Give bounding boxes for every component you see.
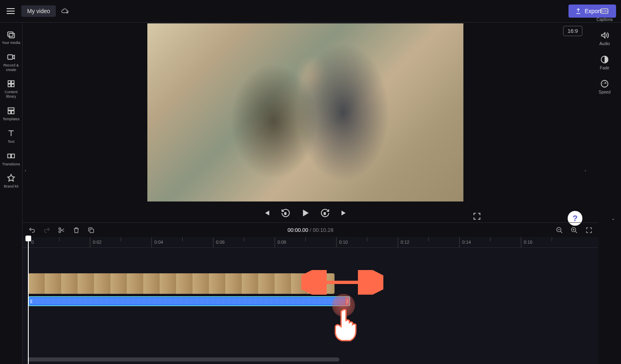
sidebar-label: Your media (2, 41, 20, 45)
media-icon (7, 30, 16, 39)
right-label: Fade (600, 66, 610, 70)
fullscreen-button[interactable] (472, 212, 481, 221)
svg-rect-6 (8, 84, 11, 87)
svg-rect-2 (9, 33, 14, 38)
right-item-speed[interactable]: Speed (590, 75, 619, 98)
audio-clip[interactable] (28, 296, 350, 306)
tick-label: 0:14 (462, 240, 471, 245)
right-item-audio[interactable]: Audio (590, 27, 619, 50)
svg-rect-10 (11, 111, 14, 114)
svg-rect-11 (8, 154, 11, 158)
svg-point-0 (66, 12, 68, 13)
split-button[interactable] (58, 227, 65, 234)
collapse-properties-button[interactable]: ⌄ (611, 215, 615, 221)
svg-rect-7 (11, 84, 14, 87)
sidebar-label: Brand kit (4, 184, 18, 189)
tick-label: 0:12 (401, 240, 409, 245)
sidebar-item-templates[interactable]: Templates (1, 103, 21, 125)
svg-rect-5 (11, 81, 14, 83)
tick-label: 0:06 (216, 240, 225, 245)
right-label: Captions (596, 17, 612, 22)
svg-rect-4 (8, 81, 11, 83)
undo-button[interactable] (28, 227, 36, 234)
tick-label: 0:08 (277, 240, 286, 245)
record-icon (7, 53, 16, 62)
aspect-ratio-button[interactable]: 16:9 (563, 26, 582, 36)
total-time: 00:10.28 (313, 227, 334, 233)
right-item-captions[interactable]: Captions (590, 2, 619, 26)
audio-trim-left-handle[interactable] (29, 297, 33, 305)
right-label: Speed (599, 90, 611, 94)
sidebar-item-brand-kit[interactable]: Brand kit (1, 170, 21, 192)
audio-icon (600, 31, 609, 40)
templates-icon (7, 106, 16, 115)
right-item-fade[interactable]: Fade (590, 51, 619, 74)
transitions-icon (7, 151, 16, 160)
text-icon (7, 129, 16, 138)
project-name[interactable]: My video (21, 5, 56, 17)
brandkit-icon (7, 174, 16, 183)
svg-rect-3 (8, 55, 13, 59)
time-separator: / (308, 227, 313, 233)
play-button[interactable] (300, 207, 311, 219)
svg-rect-8 (8, 108, 14, 110)
menu-button[interactable] (5, 5, 16, 17)
timestamp: 00:00.00 / 00:10.28 (287, 227, 333, 233)
sidebar-label: Transitions (2, 162, 20, 167)
right-sidebar: Captions Audio Fade Speed (588, 0, 621, 222)
annotation-hand-cursor-icon (330, 306, 359, 343)
preview-area: 16:9 5 5 ? (23, 23, 588, 222)
zoom-out-button[interactable] (556, 227, 563, 234)
delete-button[interactable] (73, 227, 80, 234)
playhead[interactable] (28, 237, 29, 364)
tracks (23, 248, 598, 360)
right-label: Audio (599, 41, 610, 46)
cloud-sync-icon[interactable] (61, 7, 69, 15)
audio-waveform (30, 298, 348, 304)
skip-forward-button[interactable] (339, 208, 349, 218)
forward-button[interactable]: 5 (320, 208, 330, 218)
sidebar-item-transitions[interactable]: Transitions (1, 148, 21, 170)
zoom-in-button[interactable] (571, 227, 578, 234)
current-time: 00:00.00 (287, 227, 308, 233)
skip-back-button[interactable] (262, 208, 272, 218)
video-canvas[interactable] (147, 23, 463, 201)
timeline-toolbar: 00:00.00 / 00:10.28 (23, 222, 598, 237)
duplicate-button[interactable] (87, 227, 95, 234)
tick-label: 0:10 (339, 240, 348, 245)
zoom-fit-button[interactable] (585, 227, 593, 234)
scrollbar-thumb[interactable] (27, 357, 339, 362)
tick-label: 0 (31, 240, 34, 245)
sidebar-label: Content library (2, 90, 21, 99)
sidebar-item-text[interactable]: Text (1, 126, 21, 147)
svg-rect-12 (11, 154, 14, 158)
sidebar-item-content-library[interactable]: Content library (1, 76, 21, 102)
sidebar-label: Templates (2, 117, 19, 121)
tick-label: 0:02 (93, 240, 101, 245)
timeline-scrollbar[interactable] (23, 357, 598, 362)
topbar: My video Export (0, 0, 621, 23)
fade-icon (600, 55, 609, 64)
annotation-drag-arrow (301, 270, 383, 295)
sidebar-item-record-create[interactable]: Record & create (1, 49, 21, 76)
left-sidebar: Your media Record & create Content libra… (0, 23, 23, 364)
tick-label: 0:04 (154, 240, 163, 245)
svg-text:5: 5 (284, 212, 286, 215)
svg-text:5: 5 (324, 212, 326, 215)
sidebar-label: Text (8, 140, 15, 144)
library-icon (7, 79, 16, 88)
timeline[interactable]: 0 0:02 0:04 0:06 0:08 0:10 0:12 0:14 0:1… (23, 237, 598, 364)
speed-icon (600, 79, 609, 88)
tick-label: 0:16 (524, 240, 532, 245)
player-controls: 5 5 (262, 207, 349, 219)
svg-rect-1 (8, 32, 13, 37)
video-clip[interactable] (28, 273, 335, 294)
svg-rect-9 (8, 111, 11, 114)
redo-button[interactable] (43, 227, 50, 234)
sidebar-item-your-media[interactable]: Your media (1, 27, 21, 48)
rewind-button[interactable]: 5 (281, 208, 291, 218)
svg-rect-20 (90, 229, 94, 233)
captions-icon (600, 7, 609, 16)
timeline-ruler[interactable]: 0 0:02 0:04 0:06 0:08 0:10 0:12 0:14 0:1… (23, 237, 598, 248)
sidebar-label: Record & create (2, 63, 21, 72)
